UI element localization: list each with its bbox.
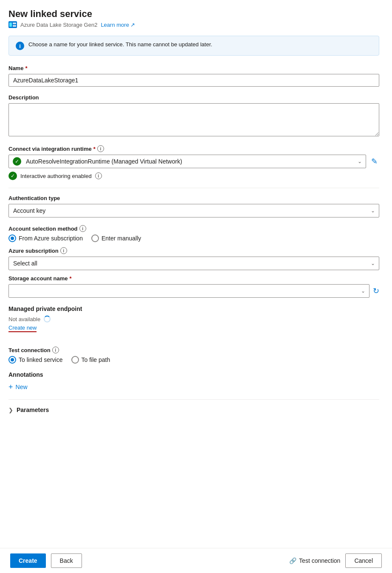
info-banner: i Choose a name for your linked service.… <box>8 36 379 56</box>
account-selection-section: Account selection method i From Azure su… <box>8 225 379 298</box>
footer-bar: Create Back 🔗 Test connection Cancel <box>0 548 392 573</box>
interactive-authoring-row: ✓ Interactive authoring enabled i <box>8 172 379 180</box>
auth-type-label: Authentication type <box>8 195 379 201</box>
svg-rect-3 <box>13 25 16 27</box>
external-link-icon: ↗ <box>130 22 135 28</box>
radio-from-azure-circle <box>8 234 16 242</box>
add-annotation-label: New <box>16 384 28 390</box>
create-button[interactable]: Create <box>10 553 46 568</box>
radio-from-azure[interactable]: From Azure subscription <box>8 234 83 242</box>
loading-icon <box>44 316 51 322</box>
account-selection-info-icon[interactable]: i <box>79 225 86 232</box>
radio-to-linked-circle <box>8 356 16 364</box>
back-button[interactable]: Back <box>51 553 82 568</box>
runtime-check-icon: ✓ <box>13 157 21 166</box>
azure-subscription-label: Azure subscription i <box>8 247 379 254</box>
info-icon: i <box>16 42 24 50</box>
managed-private-endpoint-section: Managed private endpoint Not available C… <box>8 305 379 339</box>
radio-enter-manually-circle <box>91 234 99 242</box>
footer-right: 🔗 Test connection Cancel <box>289 553 382 568</box>
radio-to-file-path-circle <box>71 356 79 364</box>
divider-1 <box>8 188 379 188</box>
annotations-section: Annotations + New <box>8 371 379 392</box>
name-section: Name * <box>8 65 379 87</box>
radio-to-linked-label: To linked service <box>19 356 63 363</box>
page-title: New linked service <box>8 8 379 20</box>
description-section: Description <box>8 94 379 138</box>
azure-subscription-select[interactable]: Select all <box>8 257 379 270</box>
storage-account-refresh-icon[interactable]: ↻ <box>373 286 379 296</box>
test-connection-button[interactable]: 🔗 Test connection <box>289 557 340 564</box>
test-connection-radio-group: To linked service To file path <box>8 356 379 364</box>
radio-from-azure-label: From Azure subscription <box>19 235 83 242</box>
radio-enter-manually-label: Enter manually <box>102 235 141 242</box>
description-input[interactable] <box>8 103 379 136</box>
account-selection-label: Account selection method i <box>8 225 379 232</box>
storage-account-dropdown: ⌄ <box>8 284 369 298</box>
azure-subscription-info-icon[interactable]: i <box>60 247 67 254</box>
auth-type-select[interactable]: Account key Service Principal Managed Id… <box>8 204 379 217</box>
info-text: Choose a name for your linked service. T… <box>28 41 212 48</box>
description-label: Description <box>8 94 379 101</box>
create-new-link[interactable]: Create new <box>8 325 37 332</box>
integration-runtime-select[interactable]: AutoResolveIntegrationRuntime (Managed V… <box>8 155 366 168</box>
integration-runtime-label: Connect via integration runtime * i <box>8 145 379 152</box>
interactive-authoring-info-icon[interactable]: i <box>95 172 102 179</box>
name-input[interactable] <box>8 74 379 87</box>
test-connection-section: Test connection i To linked service To f… <box>8 347 379 364</box>
footer-left: Create Back <box>10 553 82 568</box>
integration-runtime-dropdown-container: ✓ AutoResolveIntegrationRuntime (Managed… <box>8 155 366 168</box>
test-connection-icon: 🔗 <box>289 557 296 564</box>
azure-subscription-dropdown: Select all ⌄ <box>8 257 379 270</box>
integration-runtime-section: Connect via integration runtime * i ✓ Au… <box>8 145 379 180</box>
test-connection-footer-label: Test connection <box>299 557 340 564</box>
adls-icon <box>8 21 17 28</box>
auth-type-section: Authentication type Account key Service … <box>8 195 379 217</box>
add-annotation-button[interactable]: + New <box>8 381 28 392</box>
storage-account-label: Storage account name * <box>8 275 379 282</box>
not-available-row: Not available <box>8 316 379 322</box>
subtitle-row: Azure Data Lake Storage Gen2 Learn more … <box>8 21 379 28</box>
storage-account-select[interactable] <box>8 284 369 298</box>
cancel-button[interactable]: Cancel <box>345 553 382 568</box>
radio-to-file-path-label: To file path <box>82 356 110 363</box>
annotations-label: Annotations <box>8 371 379 378</box>
divider-2 <box>8 399 379 400</box>
managed-private-endpoint-label: Managed private endpoint <box>8 305 379 312</box>
name-label: Name * <box>8 65 379 71</box>
learn-more-link[interactable]: Learn more ↗ <box>101 22 135 28</box>
name-required: * <box>25 65 27 71</box>
radio-to-linked[interactable]: To linked service <box>8 356 63 364</box>
test-connection-info-icon[interactable]: i <box>52 347 59 353</box>
interactive-authoring-label: Interactive authoring enabled <box>20 173 92 179</box>
svg-rect-2 <box>13 23 16 24</box>
radio-enter-manually[interactable]: Enter manually <box>91 234 141 242</box>
integration-runtime-info-icon[interactable]: i <box>97 145 104 152</box>
storage-account-row: ⌄ ↻ <box>8 284 379 298</box>
not-available-text: Not available <box>8 316 40 322</box>
edit-runtime-icon[interactable]: ✎ <box>369 155 379 168</box>
green-check-icon: ✓ <box>13 157 21 166</box>
parameters-label: Parameters <box>17 406 49 413</box>
plus-icon: + <box>8 383 13 391</box>
parameters-chevron-icon: ❯ <box>8 407 13 413</box>
subtitle-text: Azure Data Lake Storage Gen2 <box>20 22 97 28</box>
parameters-section[interactable]: ❯ Parameters <box>8 406 379 413</box>
radio-to-file-path[interactable]: To file path <box>71 356 110 364</box>
svg-rect-1 <box>9 23 12 27</box>
test-connection-label: Test connection i <box>8 347 379 353</box>
integration-runtime-row: ✓ AutoResolveIntegrationRuntime (Managed… <box>8 155 379 168</box>
integration-runtime-dropdown-wrapper: ✓ AutoResolveIntegrationRuntime (Managed… <box>8 155 366 168</box>
auth-type-dropdown: Account key Service Principal Managed Id… <box>8 204 379 217</box>
account-selection-radio-group: From Azure subscription Enter manually <box>8 234 379 242</box>
interactive-authoring-check-icon: ✓ <box>8 172 17 180</box>
